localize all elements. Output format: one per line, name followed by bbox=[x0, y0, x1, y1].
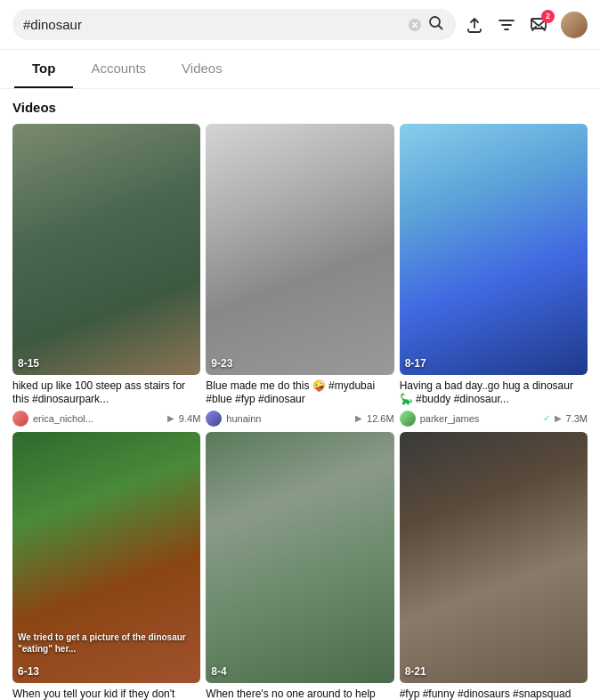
tab-accounts[interactable]: Accounts bbox=[73, 50, 164, 88]
video-thumbnail: 8-4 bbox=[206, 432, 393, 683]
author-username: erica_nichol... bbox=[33, 413, 163, 424]
video-card[interactable]: 8-21 #fyp #funny #dinosaurs #snapsquad #… bbox=[400, 432, 588, 700]
video-date-label: 8-17 bbox=[405, 357, 426, 370]
tab-top[interactable]: Top bbox=[14, 50, 73, 88]
clear-search-button[interactable] bbox=[408, 18, 422, 32]
tab-videos[interactable]: Videos bbox=[164, 50, 240, 88]
video-date-label: 6-13 bbox=[18, 665, 39, 678]
play-icon: ▶ bbox=[167, 413, 174, 423]
view-count: 12.6M bbox=[367, 413, 394, 424]
upload-icon bbox=[465, 15, 484, 35]
video-card[interactable]: 8-15 hiked up like 100 steep ass stairs … bbox=[12, 124, 200, 427]
video-caption: hiked up like 100 steep ass stairs for t… bbox=[12, 379, 200, 407]
video-thumbnail: 8-17 bbox=[400, 124, 588, 375]
section-title: Videos bbox=[12, 100, 588, 115]
upload-button[interactable] bbox=[465, 15, 484, 35]
content-area: Videos 8-15 hiked up like 100 steep ass … bbox=[0, 89, 600, 700]
header-icons: 2 bbox=[465, 12, 588, 38]
video-meta: hunainn ▶ 12.6M bbox=[206, 411, 393, 427]
video-card[interactable]: 8-4 When there's no one around to help w… bbox=[206, 432, 393, 700]
video-date-label: 9-23 bbox=[211, 357, 232, 370]
video-caption: #fyp #funny #dinosaurs #snapsquad #juras… bbox=[400, 688, 588, 700]
notification-badge: 2 bbox=[541, 10, 555, 23]
search-icon bbox=[427, 14, 445, 32]
header: 2 bbox=[0, 0, 600, 50]
video-thumbnail: We tried to get a picture of the dinosau… bbox=[12, 432, 200, 683]
video-caption: Blue made me do this 🤪 #mydubai #blue #f… bbox=[206, 379, 393, 407]
video-card[interactable]: We tried to get a picture of the dinosau… bbox=[12, 432, 200, 700]
video-meta: erica_nichol... ▶ 9.4M bbox=[12, 411, 200, 427]
inbox-button[interactable]: 2 bbox=[529, 15, 548, 35]
search-bar bbox=[12, 9, 456, 40]
author-avatar bbox=[12, 411, 28, 427]
video-date-label: 8-21 bbox=[405, 665, 426, 678]
view-count: 7.3M bbox=[566, 413, 588, 424]
author-avatar bbox=[206, 411, 222, 427]
author-avatar bbox=[400, 411, 416, 427]
video-caption: Having a bad day..go hug a dinosaur 🦕 #b… bbox=[400, 379, 588, 407]
author-username: parker_james bbox=[420, 413, 539, 424]
video-thumbnail: 9-23 bbox=[206, 124, 393, 375]
filter-button[interactable] bbox=[497, 15, 516, 35]
video-meta: parker_james ✓ ▶ 7.3M bbox=[400, 411, 588, 427]
play-icon: ▶ bbox=[555, 413, 562, 423]
video-card[interactable]: 9-23 Blue made me do this 🤪 #mydubai #bl… bbox=[206, 124, 393, 427]
svg-point-1 bbox=[430, 17, 440, 27]
video-grid: 8-15 hiked up like 100 steep ass stairs … bbox=[12, 124, 588, 700]
video-thumbnail: 8-21 bbox=[400, 432, 588, 683]
avatar[interactable] bbox=[561, 12, 588, 38]
view-count: 9.4M bbox=[179, 413, 200, 424]
video-thumbnail: 8-15 bbox=[12, 124, 200, 375]
filter-icon bbox=[497, 15, 516, 35]
video-caption: When there's no one around to help with … bbox=[206, 688, 393, 700]
avatar-image bbox=[561, 12, 588, 38]
play-icon: ▶ bbox=[355, 413, 362, 423]
search-input[interactable] bbox=[23, 17, 402, 32]
clear-icon bbox=[408, 18, 422, 32]
tabs-bar: Top Accounts Videos bbox=[0, 50, 600, 89]
search-button[interactable] bbox=[427, 14, 445, 35]
video-date-label: 8-15 bbox=[18, 357, 39, 370]
verified-icon: ✓ bbox=[543, 413, 550, 423]
video-card[interactable]: 8-17 Having a bad day..go hug a dinosaur… bbox=[400, 124, 588, 427]
author-username: hunainn bbox=[226, 413, 351, 424]
video-date-label: 8-4 bbox=[211, 665, 226, 678]
video-caption: When you tell your kid if they don't beh… bbox=[12, 688, 200, 700]
